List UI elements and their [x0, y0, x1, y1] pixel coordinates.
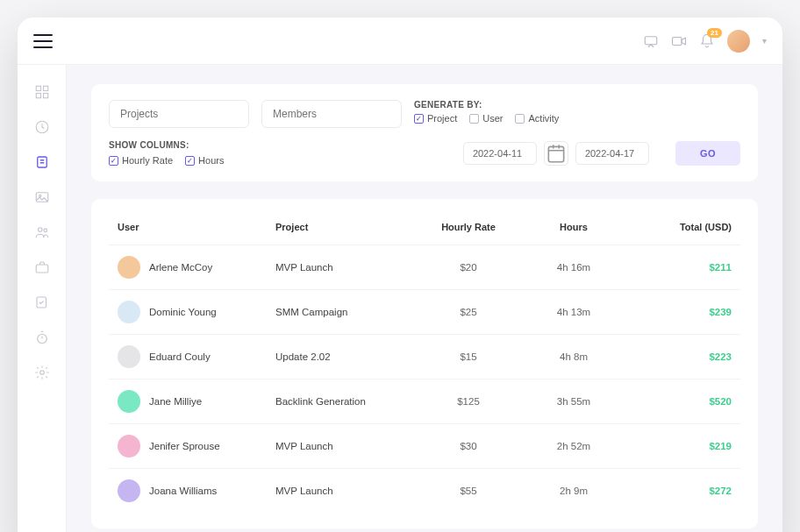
user-cell: Jane Milliye: [118, 390, 275, 413]
show-columns-label: SHOW COLUMNS:: [109, 140, 224, 150]
total-cell: $239: [626, 307, 732, 317]
avatar: [118, 345, 140, 368]
projects-input[interactable]: [109, 100, 249, 128]
total-cell: $520: [626, 396, 732, 407]
project-cell: SMM Campaign: [275, 307, 416, 317]
hours-cell: 4h 8m: [521, 351, 626, 362]
total-cell: $211: [626, 262, 732, 273]
hours-cell: 4h 13m: [521, 307, 626, 317]
topbar: 21 ▾: [18, 18, 782, 65]
avatar: [118, 390, 140, 413]
rate-cell: $125: [416, 396, 521, 407]
col-total: Total (USD): [626, 222, 732, 232]
option-label: User: [482, 113, 503, 124]
user-avatar[interactable]: [727, 30, 750, 53]
option-label: Activity: [528, 113, 559, 124]
svg-rect-4: [36, 94, 40, 98]
date-range: [463, 141, 649, 166]
app-window: 21 ▾ GENERATE BY:: [18, 18, 782, 532]
user-cell: Dominic Young: [118, 301, 275, 323]
topbar-actions: 21 ▾: [643, 30, 767, 53]
date-from-input[interactable]: [463, 142, 537, 165]
svg-rect-0: [645, 36, 657, 44]
clock-icon[interactable]: [34, 119, 50, 135]
bell-icon[interactable]: 21: [699, 33, 715, 49]
svg-rect-5: [43, 94, 47, 98]
checkbox-icon: [185, 156, 195, 166]
table-row[interactable]: Jenifer SprouseMVP Launch$302h 52m$219: [109, 423, 740, 468]
chat-icon[interactable]: [643, 33, 659, 49]
user-cell: Joana Williams: [118, 479, 275, 502]
total-cell: $219: [626, 441, 732, 451]
hours-cell: 2h 9m: [521, 486, 626, 496]
project-cell: Backlink Generation: [275, 396, 416, 407]
user-name: Jane Milliye: [149, 396, 202, 407]
briefcase-icon[interactable]: [34, 259, 50, 275]
table-row[interactable]: Jane MilliyeBacklink Generation$1253h 55…: [109, 379, 740, 423]
rate-cell: $30: [416, 441, 521, 451]
user-cell: Eduard Couly: [118, 345, 275, 368]
table-row[interactable]: Joana WilliamsMVP Launch$552h 9m$272: [109, 468, 740, 513]
generate-by-group: GENERATE BY: ProjectUserActivity: [414, 100, 559, 124]
video-icon[interactable]: [671, 33, 687, 49]
checklist-icon[interactable]: [34, 294, 50, 310]
calendar-icon[interactable]: [544, 141, 568, 166]
notification-badge: 21: [707, 28, 722, 38]
table-row[interactable]: Dominic YoungSMM Campaign$254h 13m$239: [109, 289, 740, 334]
avatar: [118, 256, 140, 279]
dashboard-icon[interactable]: [34, 84, 50, 100]
hours-cell: 4h 16m: [521, 262, 626, 273]
svg-rect-7: [37, 157, 46, 167]
user-name: Joana Williams: [149, 486, 217, 496]
user-name: Eduard Couly: [149, 351, 211, 362]
svg-point-10: [38, 228, 42, 232]
team-icon[interactable]: [34, 224, 50, 240]
go-button[interactable]: GO: [675, 141, 740, 166]
project-cell: MVP Launch: [275, 441, 416, 451]
generate-option[interactable]: Activity: [515, 113, 559, 124]
svg-rect-1: [673, 37, 682, 45]
svg-rect-16: [548, 146, 563, 161]
user-cell: Arlene McCoy: [118, 256, 275, 279]
avatar: [118, 301, 140, 323]
hours-cell: 3h 55m: [521, 396, 626, 407]
table-row[interactable]: Eduard CoulyUpdate 2.02$154h 8m$223: [109, 334, 740, 379]
chevron-down-icon[interactable]: ▾: [762, 36, 767, 46]
project-cell: Update 2.02: [275, 351, 416, 362]
col-hours: Hours: [521, 222, 626, 232]
stopwatch-icon[interactable]: [34, 330, 50, 345]
user-name: Arlene McCoy: [149, 262, 212, 273]
checkbox-icon: [109, 156, 118, 166]
generate-option[interactable]: User: [469, 113, 503, 124]
user-name: Dominic Young: [149, 307, 217, 317]
table-row[interactable]: Arlene McCoyMVP Launch$204h 16m$211: [109, 245, 740, 289]
option-label: Hours: [198, 155, 224, 166]
filters-panel: GENERATE BY: ProjectUserActivity SHOW CO…: [91, 84, 758, 181]
table-panel: User Project Hourly Rate Hours Total (US…: [91, 199, 758, 528]
date-to-input[interactable]: [575, 142, 649, 165]
show-column-option[interactable]: Hours: [185, 155, 224, 166]
rate-cell: $25: [416, 307, 521, 317]
reports-icon[interactable]: [34, 154, 50, 170]
body: GENERATE BY: ProjectUserActivity SHOW CO…: [18, 65, 782, 532]
svg-point-11: [43, 229, 46, 232]
avatar: [118, 479, 140, 502]
menu-toggle-icon[interactable]: [33, 34, 53, 48]
generate-option[interactable]: Project: [414, 113, 457, 124]
image-icon[interactable]: [34, 189, 50, 205]
col-rate: Hourly Rate: [416, 222, 521, 232]
settings-icon[interactable]: [34, 365, 50, 380]
main-content: GENERATE BY: ProjectUserActivity SHOW CO…: [67, 65, 782, 532]
sidebar: [18, 65, 67, 532]
option-label: Hourly Rate: [122, 155, 173, 166]
col-project: Project: [275, 222, 416, 232]
checkbox-icon: [414, 114, 424, 124]
avatar: [118, 435, 140, 458]
svg-rect-12: [36, 265, 48, 273]
checkbox-icon: [469, 114, 479, 124]
show-column-option[interactable]: Hourly Rate: [109, 155, 173, 166]
members-input[interactable]: [261, 100, 402, 128]
col-user: User: [118, 222, 275, 232]
report-table: User Project Hourly Rate Hours Total (US…: [109, 215, 740, 513]
option-label: Project: [427, 113, 457, 124]
